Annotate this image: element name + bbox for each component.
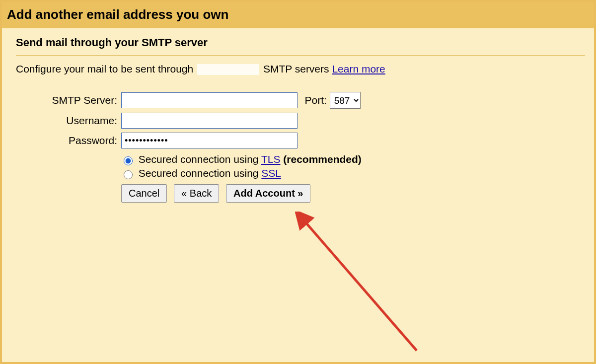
smtp-form: SMTP Server: Port: 587 Username: Pas [16,90,364,205]
port-label: Port: [305,94,327,106]
tls-radio[interactable] [124,156,133,165]
intro-suffix: SMTP servers [263,63,329,74]
smtp-label: SMTP Server: [16,90,119,111]
annotation-arrow-icon [295,212,434,361]
back-button[interactable]: « Back [174,184,219,203]
learn-more-link[interactable]: Learn more [332,63,385,74]
port-select[interactable]: 587 [330,92,361,109]
password-input[interactable] [121,133,298,148]
dialog-title: Add another email address you own [2,2,594,28]
ssl-radio[interactable] [124,170,133,179]
cancel-button[interactable]: Cancel [121,184,167,203]
ssl-text-prefix: Secured connection using [139,167,262,179]
ssl-link[interactable]: SSL [261,167,281,179]
username-label: Username: [16,111,119,131]
tls-recommended: (recommended) [280,153,361,165]
tls-link[interactable]: TLS [261,153,281,165]
dialog-subtitle: Send mail through your SMTP server [16,33,585,55]
add-account-button[interactable]: Add Account » [226,184,310,203]
tls-text-prefix: Secured connection using [139,153,261,165]
username-input[interactable] [121,113,298,129]
intro-text: Configure your mail to be sent through S… [16,63,585,90]
dialog-window: Add another email address you own Send m… [0,0,596,364]
redacted-domain [197,64,259,75]
svg-line-0 [304,220,417,351]
ssl-radio-row[interactable]: Secured connection using SSL [121,166,362,180]
tls-radio-row[interactable]: Secured connection using TLS (recommende… [121,152,362,166]
password-label: Password: [16,131,119,150]
separator [16,55,585,56]
dialog-content: Send mail through your SMTP server Confi… [2,28,594,205]
smtp-server-input[interactable] [121,92,298,108]
intro-prefix: Configure your mail to be sent through [16,63,193,74]
